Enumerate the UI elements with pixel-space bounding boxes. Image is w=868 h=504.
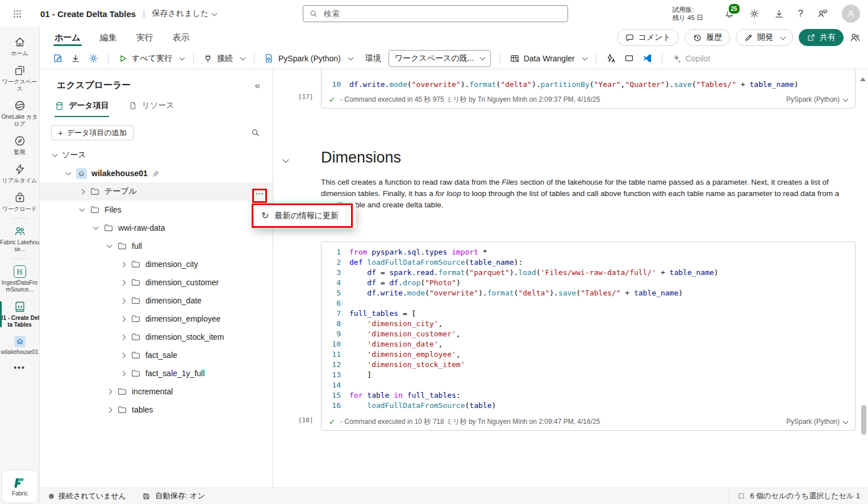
line-number: 16 xyxy=(322,401,349,411)
focus-mode-button[interactable] xyxy=(624,53,635,64)
copilot-button[interactable]: Copilot xyxy=(671,53,711,64)
tab-data-items[interactable]: データ項目 xyxy=(55,101,109,117)
tree-item-fact-sale[interactable]: fact_sale xyxy=(40,346,273,364)
code-line: 6 xyxy=(322,298,855,309)
presence-people-button[interactable] xyxy=(849,32,861,44)
markdown-paragraph[interactable]: This cell creates a function to read raw… xyxy=(321,177,845,211)
session-settings-button[interactable] xyxy=(88,53,99,64)
tab-home[interactable]: ホーム xyxy=(55,27,81,48)
explorer-search-icon[interactable] xyxy=(251,128,260,138)
tree-item--[interactable]: テーブル... xyxy=(40,182,273,201)
chevron-down-icon xyxy=(582,55,587,61)
high-concurrency-button[interactable] xyxy=(606,53,616,64)
scrollbar-up-arrow[interactable] xyxy=(860,77,866,81)
autosave-toggle[interactable]: 自動保存: オン xyxy=(142,491,205,501)
line-number: 10 xyxy=(322,339,349,349)
tree-item-dimension-city[interactable]: dimension_city xyxy=(40,255,273,273)
fabric-logo-card[interactable]: Fabric xyxy=(2,470,37,502)
tree-chevron-icon[interactable] xyxy=(118,335,128,339)
sidebar-item-realtime[interactable]: リアルタイム xyxy=(0,159,41,188)
sidebar-item-ingest-pipeline[interactable]: IngestDataFromSource... xyxy=(0,261,41,297)
settings-button[interactable] xyxy=(749,8,760,19)
tree-chevron-icon[interactable] xyxy=(118,281,128,285)
kernel-selector[interactable]: PySpark (Python) xyxy=(786,95,848,103)
tab-view[interactable]: 表示 xyxy=(173,27,190,48)
tree-item-full[interactable]: full xyxy=(40,237,273,255)
tree-item-wilakehouse01[interactable]: wilakehouse01 xyxy=(40,164,273,182)
tree-item--[interactable]: ソース xyxy=(40,146,273,164)
code-cell-18[interactable]: 1from pyspark.sql.types import *2def loa… xyxy=(321,241,856,431)
tree-item-wwi-raw-data[interactable]: wwi-raw-data xyxy=(40,219,273,237)
explorer-tree: ソースwilakehouse01テーブル...Fileswwi-raw-data… xyxy=(40,146,273,419)
language-selector[interactable]: PySpark (Python) xyxy=(264,53,353,64)
tree-chevron-icon[interactable] xyxy=(118,372,128,376)
account-avatar[interactable] xyxy=(842,5,860,23)
feedback-button[interactable] xyxy=(817,8,828,19)
help-button[interactable]: ? xyxy=(798,8,803,19)
tree-chevron-icon[interactable] xyxy=(105,408,114,412)
global-search xyxy=(303,5,568,22)
refresh-menu-item[interactable]: 最新の情報に更新 xyxy=(274,211,339,221)
code-line: 16 loadFullDataFromSource(table) xyxy=(322,401,855,411)
divider xyxy=(108,53,108,64)
tree-chevron-icon[interactable] xyxy=(118,299,128,303)
tree-chevron-icon[interactable] xyxy=(50,154,60,156)
tab-run[interactable]: 実行 xyxy=(136,27,153,48)
share-button[interactable]: 共有 xyxy=(799,29,844,46)
tree-chevron-icon[interactable] xyxy=(91,227,101,229)
connect-button[interactable]: 接続 xyxy=(203,53,245,64)
tree-item-tables[interactable]: tables xyxy=(40,401,273,419)
tree-item-fact-sale-1y-full[interactable]: fact_sale_1y_full xyxy=(40,364,273,382)
develop-button[interactable]: 開発 xyxy=(736,29,793,46)
tree-item-dimension-customer[interactable]: dimension_customer xyxy=(40,273,273,291)
sidebar-item-more[interactable]: ••• xyxy=(0,359,41,376)
search-input[interactable] xyxy=(323,9,562,19)
sidebar-item-wilakehouse01[interactable]: wilakehouse01 xyxy=(0,332,41,359)
sidebar-item-workloads[interactable]: ワークロード xyxy=(0,188,41,216)
save-button[interactable] xyxy=(52,53,63,64)
export-button[interactable] xyxy=(70,53,81,64)
tree-chevron-icon[interactable] xyxy=(105,390,114,394)
tree-chevron-icon[interactable] xyxy=(118,263,128,266)
notifications-button[interactable]: 25 xyxy=(724,8,735,19)
open-in-vscode-button[interactable] xyxy=(642,53,653,64)
tree-item-dimension-stock-item[interactable]: dimension_stock_item xyxy=(40,328,273,346)
downloads-button[interactable] xyxy=(774,9,784,19)
run-all-button[interactable]: すべて実行 xyxy=(118,53,184,64)
tree-item-files[interactable]: Files xyxy=(40,201,273,219)
add-data-item-button[interactable]: +データ項目の追加 xyxy=(51,125,133,140)
tree-chevron-icon[interactable] xyxy=(118,317,128,321)
sidebar-item-fabric-lakehouse[interactable]: Fabric Lakehouse... xyxy=(0,221,41,256)
tab-edit[interactable]: 編集 xyxy=(100,27,117,48)
sidebar-item-home[interactable]: ホーム xyxy=(0,32,41,60)
people-icon xyxy=(849,32,861,44)
sidebar-item-notebook-01-create-delta-tables[interactable]: 01 - Create Delta Tables xyxy=(0,297,41,332)
collapse-section-icon[interactable] xyxy=(283,157,288,162)
waffle-menu-icon[interactable] xyxy=(12,9,22,19)
environment-dropdown[interactable]: ワークスペースの既... xyxy=(389,50,491,67)
tree-item-incremental[interactable]: incremental xyxy=(40,382,273,401)
tab-resources[interactable]: リソース xyxy=(128,101,174,117)
tree-chevron-icon[interactable] xyxy=(77,209,87,211)
data-wrangler-button[interactable]: Data Wrangler xyxy=(510,53,587,64)
sidebar-item-workspaces[interactable]: ワークスペース xyxy=(0,60,41,95)
sidebar-item-monitor[interactable]: 監視 xyxy=(0,131,41,159)
markdown-heading[interactable]: Dimensions xyxy=(321,149,401,166)
more-options-button[interactable]: ... xyxy=(256,188,264,196)
tree-chevron-icon[interactable] xyxy=(118,353,128,357)
tree-item-dimension-date[interactable]: dimension_date xyxy=(40,291,273,310)
scrollbar-thumb[interactable] xyxy=(861,405,866,435)
tree-item-dimension-employee[interactable]: dimension_employee xyxy=(40,310,273,328)
kernel-selector[interactable]: PySpark (Python) xyxy=(786,418,848,426)
sidebar-item-label: ワークスペース xyxy=(0,78,40,92)
history-button[interactable]: 履歴 xyxy=(685,29,730,46)
code-cell-17[interactable]: 10 df.write.mode("overwrite").format("de… xyxy=(321,69,856,109)
tree-chevron-icon[interactable] xyxy=(77,190,87,194)
tree-chevron-icon[interactable] xyxy=(64,172,73,174)
collapse-panel-icon[interactable]: « xyxy=(255,80,260,91)
tree-chevron-icon[interactable] xyxy=(105,245,114,247)
code-line: df.write.mode("overwrite").format("delta… xyxy=(349,80,799,90)
sidebar-item-onelake-catalog[interactable]: OneLake カタログ xyxy=(0,95,41,131)
comment-button[interactable]: コメント xyxy=(617,29,679,46)
save-status-dropdown[interactable]: 保存されました xyxy=(152,9,217,19)
